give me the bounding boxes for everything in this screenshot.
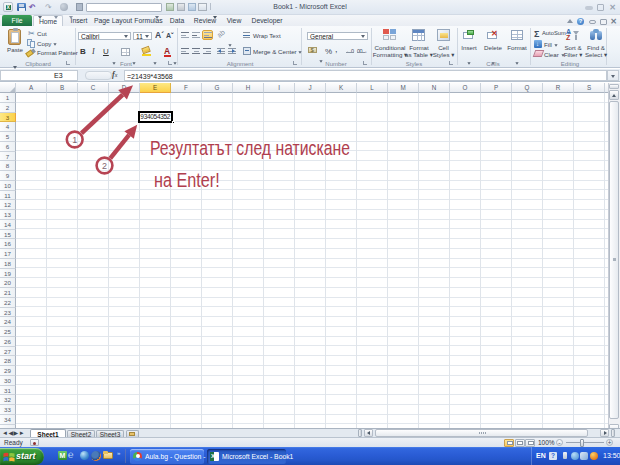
svg-text:1: 1 — [72, 135, 77, 145]
svg-text:2: 2 — [102, 161, 107, 171]
